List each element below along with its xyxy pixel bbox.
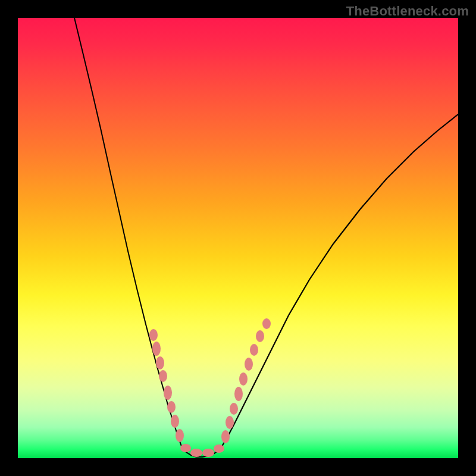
bead-bottom-2 xyxy=(202,449,214,457)
bead-right-1 xyxy=(226,416,234,429)
bead-right-8 xyxy=(262,318,271,329)
bead-bottom-0 xyxy=(180,444,191,452)
plot-area xyxy=(18,18,458,458)
bead-right-0 xyxy=(221,430,230,443)
bead-bottom-3 xyxy=(214,444,224,453)
bead-right-7 xyxy=(256,330,264,342)
bead-right-5 xyxy=(245,358,253,371)
curve-left-branch xyxy=(74,18,181,446)
curve-layer xyxy=(18,18,458,458)
bead-left-0 xyxy=(149,329,158,341)
brand-watermark: TheBottleneck.com xyxy=(346,4,469,19)
curve-right-branch xyxy=(220,114,458,449)
bead-left-3 xyxy=(159,370,167,382)
bead-left-1 xyxy=(152,342,161,356)
bead-right-3 xyxy=(234,387,243,401)
bead-left-2 xyxy=(156,356,164,369)
bead-right-6 xyxy=(250,344,258,356)
bead-left-7 xyxy=(176,429,184,442)
bead-right-4 xyxy=(239,372,248,386)
bead-right-2 xyxy=(230,403,238,415)
bead-left-6 xyxy=(171,415,179,428)
bead-left-5 xyxy=(167,401,176,413)
chart-frame: TheBottleneck.com xyxy=(0,0,476,476)
bead-left-4 xyxy=(164,386,172,400)
bead-bottom-1 xyxy=(190,449,202,457)
